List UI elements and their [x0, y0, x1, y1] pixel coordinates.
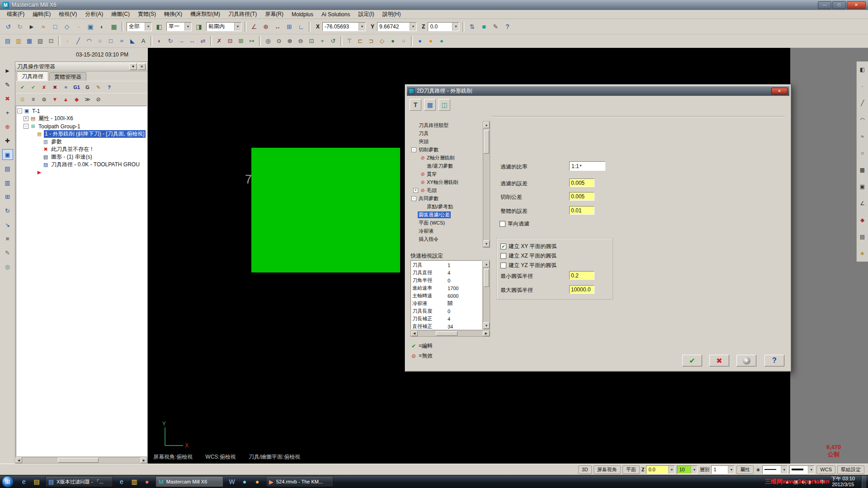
world-icon[interactable]: ◎: [2, 261, 13, 272]
layer-color-select[interactable]: 10: [677, 465, 698, 474]
dialog-tree-item[interactable]: 刀具: [410, 129, 482, 137]
quickmask-lines-icon[interactable]: ╱: [858, 99, 867, 108]
color-current-icon[interactable]: ■: [478, 21, 490, 33]
taskbar-clock[interactable]: 下午 03:10 2012/3/15: [828, 476, 858, 488]
dropdown-arrow-icon[interactable]: [452, 23, 459, 31]
selection-mask-single-select[interactable]: 單一: [166, 22, 192, 31]
cut-tolerance-input[interactable]: 0.005: [569, 192, 594, 201]
insert-marker-icon[interactable]: ◆: [71, 94, 82, 105]
one-way-filter-checkbox[interactable]: [500, 221, 505, 227]
opmgr-tab[interactable]: 實體管理器: [49, 72, 86, 81]
z-depth-input[interactable]: 0.0: [646, 465, 675, 474]
taskbar-task[interactable]: ▤ X版本过滤问题 - 「...: [45, 476, 113, 487]
xform-mirror-icon[interactable]: ◐: [154, 36, 165, 47]
gview-iso-icon[interactable]: ◇: [377, 36, 387, 47]
opmgr-tree-row[interactable]: ▶: [16, 169, 146, 176]
maximize-button[interactable]: □: [832, 1, 846, 9]
quickmask-level-icon[interactable]: ▤: [858, 232, 867, 241]
dialog-tree-item[interactable]: 刀具路徑類型: [410, 121, 482, 129]
menu-item[interactable]: Moldplus: [288, 11, 317, 18]
invert-select-icon[interactable]: ◐: [96, 21, 108, 33]
z-depth-icon[interactable]: ⇅: [466, 21, 478, 33]
coord-y-input[interactable]: 9.66742: [377, 22, 417, 31]
mask-toggle-icon[interactable]: ▦: [108, 21, 120, 33]
dropdown-arrow-icon[interactable]: [781, 466, 787, 474]
measure-angle-icon[interactable]: ∠: [248, 21, 260, 33]
geometry-rectangle[interactable]: [251, 148, 400, 272]
tree-expander-icon[interactable]: +: [413, 188, 418, 193]
cancel-button[interactable]: ✖: [709, 355, 729, 366]
menu-item[interactable]: 轉換(X): [160, 10, 186, 18]
line-style-select[interactable]: [762, 465, 788, 474]
menu-item[interactable]: 機床類型(M): [186, 10, 224, 18]
opmgr-tree-row[interactable]: ▦ 1 - 外形銑削 (斜降下刀) - [刀具面, 俯檢視]: [16, 130, 146, 138]
close-button[interactable]: ✕: [847, 1, 866, 9]
selection-mask-range-select[interactable]: 範圍內: [206, 22, 241, 31]
attributes-edit-icon[interactable]: ✎: [490, 21, 501, 33]
pan-icon[interactable]: +: [317, 36, 328, 47]
taskbar-task[interactable]: M Mastercam Mill X6: [156, 476, 223, 487]
quickmask-surfaces-icon[interactable]: ▩: [858, 165, 867, 174]
wireframe-icon[interactable]: ○: [398, 36, 409, 47]
dropdown-arrow-icon[interactable]: [728, 466, 734, 474]
tree-expander-icon[interactable]: -: [411, 196, 416, 201]
select-all-ops-icon[interactable]: ✔: [17, 82, 28, 93]
menu-item[interactable]: 刀具路徑(T): [224, 10, 261, 18]
plane-button[interactable]: 平面: [623, 465, 640, 474]
taskbar-doc-icon[interactable]: W: [226, 476, 238, 487]
dropdown-arrow-icon[interactable]: [668, 466, 675, 474]
list-icon[interactable]: ≡: [2, 233, 13, 244]
dropdown-arrow-icon[interactable]: [410, 23, 416, 31]
coord-x-input[interactable]: -76.05693: [322, 22, 366, 31]
dropdown-arrow-icon[interactable]: [184, 23, 191, 31]
analyze-point-icon[interactable]: ⊕: [260, 21, 272, 33]
xform-scale-icon[interactable]: ↔: [187, 36, 198, 47]
analyze-icon[interactable]: +: [2, 107, 13, 118]
dialog-tree-item[interactable]: - 共同參數: [410, 194, 482, 202]
quickmask-points-icon[interactable]: ∙: [858, 82, 867, 91]
dialog-tree-item[interactable]: + ⊘ 毛頭: [410, 186, 482, 194]
opmgr-tree-row[interactable]: ▨ 刀具路徑 - 0.0K - TOOLPATH GROU: [16, 161, 146, 169]
create-point-icon[interactable]: ∙: [62, 36, 73, 47]
tree-expander-icon[interactable]: -: [411, 147, 416, 152]
quickmask-color-icon[interactable]: ◆: [858, 216, 867, 225]
point-style-icon[interactable]: ∗: [755, 466, 760, 473]
menu-item[interactable]: 分析(A): [81, 10, 107, 18]
create-spline-icon[interactable]: ≈: [116, 36, 127, 47]
range-mask-icon[interactable]: ◨: [193, 21, 205, 33]
single-select-icon[interactable]: ∙: [73, 21, 85, 33]
quickmask-result-icon[interactable]: ★: [858, 249, 867, 258]
gview-side-icon[interactable]: ⊐: [366, 36, 377, 47]
create-line-icon[interactable]: ╱: [73, 36, 84, 47]
show-desktop-button[interactable]: [861, 476, 866, 488]
ortho-snap-icon[interactable]: ∟: [295, 21, 307, 33]
tree-expander-icon[interactable]: +: [24, 116, 28, 121]
tree-expander-icon[interactable]: -: [24, 124, 28, 129]
create-circle-icon[interactable]: ○: [94, 36, 105, 47]
dropdown-arrow-icon[interactable]: [579, 162, 582, 170]
feed-speed-icon[interactable]: ✎: [93, 82, 104, 93]
yz-arc-checkbox[interactable]: [500, 263, 506, 268]
scroll-left-icon[interactable]: [15, 457, 22, 463]
dialog-tree-item[interactable]: 進/退刀參數: [410, 162, 482, 170]
taskbar-explorer-icon[interactable]: ▤: [30, 476, 43, 487]
expand-view-icon[interactable]: ↘: [2, 219, 13, 230]
help-button[interactable]: ?: [764, 355, 784, 366]
save-file-icon[interactable]: ▦: [24, 36, 35, 47]
dialog-tree-item[interactable]: 圓弧過濾/公差: [410, 211, 482, 219]
xform-rotate-icon[interactable]: ↻: [165, 36, 176, 47]
total-tolerance-input[interactable]: 0.01: [569, 206, 594, 215]
redo-icon[interactable]: ↻: [14, 21, 26, 33]
create-arc-icon[interactable]: ◠: [84, 36, 94, 47]
attributes-button[interactable]: 屬性: [736, 465, 754, 474]
post-process-icon[interactable]: G: [82, 82, 93, 93]
regen-icon[interactable]: ↻: [2, 205, 13, 216]
min-arc-radius-input[interactable]: 0.2: [569, 271, 594, 280]
create-rectangle-icon[interactable]: □: [105, 36, 116, 47]
create-chamfer-icon[interactable]: ◣: [127, 36, 138, 47]
scroll-down-icon[interactable]: [483, 322, 490, 329]
grid-snap-icon[interactable]: ⊞: [283, 21, 295, 33]
dialog-tree-item[interactable]: ⊘ Z軸分層銑削: [410, 154, 482, 162]
dialog-tree-item[interactable]: 平面 (WCS): [410, 219, 482, 227]
scroll-ops-icon[interactable]: ≫: [82, 94, 93, 105]
